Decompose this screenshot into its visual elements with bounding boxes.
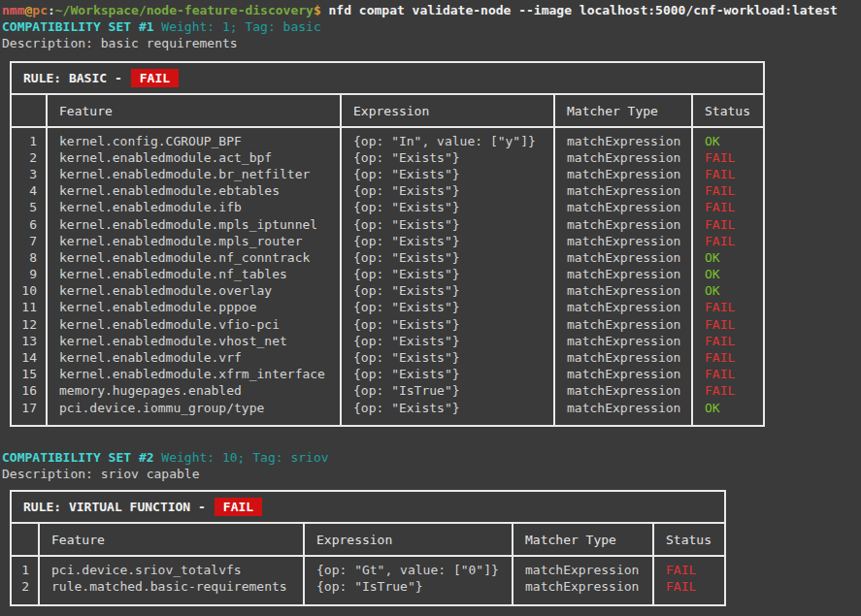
cell-expression: {op: "Gt", value: ["0"]}	[305, 562, 512, 578]
status-badge: FAIL	[131, 69, 179, 87]
cell-index: 1	[12, 562, 38, 578]
cell-expression: {op: "Exists"}	[342, 249, 553, 266]
cell-index: 2	[12, 149, 46, 166]
prompt-path: ~/Workspace/node-feature-discovery	[55, 3, 314, 17]
column-status: OKFAILFAILFAILFAILFAILFAILOKOKOKFAILFAIL…	[693, 128, 763, 425]
column-header-feature: Feature	[40, 524, 305, 555]
rule-label: RULE: BASIC -	[23, 71, 122, 85]
cell-status: FAIL	[654, 562, 724, 578]
cell-index: 5	[12, 199, 46, 215]
cell-index: 3	[12, 166, 46, 182]
cell-index: 6	[12, 216, 46, 233]
table-header-row: Feature Expression Matcher Type Status	[12, 524, 724, 557]
cell-matcher: matchExpression	[555, 382, 691, 399]
set2-header-line: COMPATIBILITY SET #2Weight: 10; Tag: sri…	[2, 449, 861, 466]
status-badge: FAIL	[215, 498, 262, 516]
column-header-matcher: Matcher Type	[513, 524, 654, 555]
cell-index: 9	[12, 266, 46, 282]
cell-status: FAIL	[693, 366, 763, 382]
cell-status: FAIL	[693, 182, 763, 199]
terminal-output: nmm@pc:~/Workspace/node-feature-discover…	[0, 0, 861, 606]
cell-status: OK	[693, 282, 763, 299]
cell-matcher: matchExpression	[555, 216, 691, 233]
cell-expression: {op: "IsTrue"}	[305, 578, 512, 595]
prompt-colon: :	[48, 3, 55, 17]
prompt-user: nmm	[2, 3, 24, 17]
cell-status: OK	[693, 133, 763, 149]
cell-status: FAIL	[693, 216, 763, 233]
column-expression: {op: "In", value: ["y"]}{op: "Exists"}{o…	[342, 128, 555, 425]
cell-index: 12	[12, 316, 46, 333]
cell-expression: {op: "Exists"}	[342, 182, 553, 199]
cell-status: FAIL	[693, 233, 763, 249]
cell-feature: kernel.enabledmodule.ebtables	[48, 182, 340, 199]
cell-matcher: matchExpression	[513, 562, 652, 578]
set1-header-line: COMPATIBILITY SET #1Weight: 1; Tag: basi…	[2, 18, 861, 35]
column-feature: kernel.config.CGROUP_BPFkernel.enabledmo…	[48, 128, 342, 425]
column-header-expression: Expression	[342, 95, 555, 126]
column-feature: pci.device.sriov_totalvfsrule.matched.ba…	[40, 557, 305, 603]
rule-label: RULE: VIRTUAL FUNCTION -	[23, 500, 206, 514]
cell-matcher: matchExpression	[513, 578, 652, 595]
column-status: FAILFAIL	[654, 557, 724, 603]
cell-matcher: matchExpression	[555, 233, 691, 249]
cell-expression: {op: "Exists"}	[342, 233, 553, 249]
column-header-index	[12, 95, 48, 126]
cell-index: 16	[12, 382, 46, 399]
cell-expression: {op: "Exists"}	[342, 400, 553, 416]
set1-title: COMPATIBILITY SET #1	[2, 19, 154, 34]
cell-matcher: matchExpression	[555, 133, 691, 149]
shell-prompt-line: nmm@pc:~/Workspace/node-feature-discover…	[2, 2, 861, 18]
cell-feature: kernel.enabledmodule.overlay	[48, 282, 340, 299]
set1-description: Description: basic requirements	[2, 35, 861, 51]
table-body: 12 pci.device.sriov_totalvfsrule.matched…	[12, 557, 724, 603]
cell-status: FAIL	[693, 166, 763, 182]
column-index: 1234567891011121314151617	[12, 128, 48, 425]
cell-status: FAIL	[693, 199, 763, 215]
cell-feature: kernel.enabledmodule.vhost_net	[48, 333, 340, 349]
cell-index: 7	[12, 233, 46, 249]
cell-feature: kernel.enabledmodule.nf_conntrack	[48, 249, 340, 266]
cell-expression: {op: "Exists"}	[342, 366, 553, 382]
command-text: nfd compat validate-node --image localho…	[329, 3, 838, 17]
cell-expression: {op: "Exists"}	[342, 299, 553, 315]
prompt-dollar: $	[314, 3, 321, 17]
cell-feature: pci.device.sriov_totalvfs	[40, 562, 303, 578]
table-body: 1234567891011121314151617 kernel.config.…	[12, 128, 763, 425]
cell-status: FAIL	[693, 349, 763, 366]
cell-matcher: matchExpression	[555, 249, 691, 266]
cell-expression: {op: "Exists"}	[342, 266, 553, 282]
cell-status: FAIL	[693, 316, 763, 333]
set2-meta: Weight: 10; Tag: sriov	[161, 450, 328, 465]
cell-feature: kernel.config.CGROUP_BPF	[48, 133, 340, 149]
cell-index: 2	[12, 578, 38, 595]
cell-matcher: matchExpression	[555, 182, 691, 199]
cell-feature: kernel.enabledmodule.vfio-pci	[48, 316, 340, 333]
cell-expression: {op: "IsTrue"}	[342, 382, 553, 399]
cell-matcher: matchExpression	[555, 316, 691, 333]
cell-index: 8	[12, 249, 46, 266]
prompt-host: pc	[32, 3, 48, 17]
set2-description: Description: sriov capable	[2, 466, 861, 482]
cell-expression: {op: "Exists"}	[342, 349, 553, 366]
column-matcher: matchExpressionmatchExpression	[513, 557, 654, 603]
cell-index: 14	[12, 349, 46, 366]
cell-expression: {op: "In", value: ["y"]}	[342, 133, 553, 149]
column-matcher: matchExpressionmatchExpressionmatchExpre…	[555, 128, 693, 425]
column-header-status: Status	[693, 95, 763, 126]
set2-title: COMPATIBILITY SET #2	[2, 450, 154, 465]
column-header-index	[12, 524, 40, 555]
column-header-matcher: Matcher Type	[555, 95, 693, 126]
rule-title-virtual-function: RULE: VIRTUAL FUNCTION -FAIL	[12, 492, 724, 524]
cell-matcher: matchExpression	[555, 400, 691, 416]
cell-expression: {op: "Exists"}	[342, 333, 553, 349]
cell-matcher: matchExpression	[555, 166, 691, 182]
column-header-status: Status	[654, 524, 724, 555]
cell-status: FAIL	[693, 299, 763, 315]
rule-table-virtual-function: RULE: VIRTUAL FUNCTION -FAIL Feature Exp…	[10, 490, 726, 605]
cell-expression: {op: "Exists"}	[342, 199, 553, 215]
cell-status: FAIL	[693, 382, 763, 399]
cell-feature: pci.device.iommu_group/type	[48, 400, 340, 416]
table-header-row: Feature Expression Matcher Type Status	[12, 95, 763, 128]
cell-feature: rule.matched.basic-requirements	[40, 578, 303, 595]
